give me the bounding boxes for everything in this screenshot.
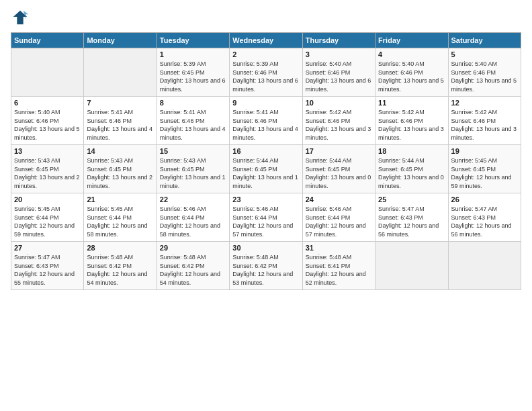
day-info: Sunrise: 5:48 AM Sunset: 6:42 PM Dayligh… (87, 253, 153, 287)
calendar-cell: 19Sunrise: 5:45 AM Sunset: 6:45 PM Dayli… (448, 145, 521, 193)
day-number: 25 (378, 195, 445, 203)
day-number: 24 (306, 195, 372, 203)
day-info: Sunrise: 5:41 AM Sunset: 6:46 PM Dayligh… (232, 108, 299, 142)
day-number: 26 (451, 195, 518, 203)
calendar-cell (448, 242, 521, 290)
calendar-cell: 30Sunrise: 5:48 AM Sunset: 6:42 PM Dayli… (230, 242, 302, 290)
weekday-header-saturday: Saturday (448, 33, 521, 48)
calendar-body: 1Sunrise: 5:39 AM Sunset: 6:45 PM Daylig… (11, 48, 521, 290)
calendar-cell: 16Sunrise: 5:44 AM Sunset: 6:45 PM Dayli… (230, 145, 302, 193)
calendar-cell: 14Sunrise: 5:43 AM Sunset: 6:45 PM Dayli… (84, 145, 157, 193)
day-info: Sunrise: 5:41 AM Sunset: 6:46 PM Dayligh… (160, 108, 226, 142)
calendar-week-1: 6Sunrise: 5:40 AM Sunset: 6:46 PM Daylig… (11, 97, 521, 145)
calendar-cell: 27Sunrise: 5:47 AM Sunset: 6:43 PM Dayli… (11, 242, 84, 290)
weekday-header-wednesday: Wednesday (230, 33, 302, 48)
day-number: 7 (87, 99, 153, 107)
weekday-header-friday: Friday (375, 33, 448, 48)
day-info: Sunrise: 5:39 AM Sunset: 6:45 PM Dayligh… (160, 60, 226, 93)
calendar-cell: 24Sunrise: 5:46 AM Sunset: 6:44 PM Dayli… (302, 193, 375, 242)
day-number: 3 (306, 50, 372, 58)
calendar-cell: 13Sunrise: 5:43 AM Sunset: 6:45 PM Dayli… (11, 145, 84, 193)
day-number: 31 (306, 244, 372, 252)
day-number: 2 (232, 50, 299, 58)
calendar-header: SundayMondayTuesdayWednesdayThursdayFrid… (11, 33, 521, 48)
day-number: 5 (451, 50, 518, 58)
calendar-cell (11, 48, 84, 97)
day-info: Sunrise: 5:40 AM Sunset: 6:46 PM Dayligh… (306, 60, 372, 93)
calendar-cell: 3Sunrise: 5:40 AM Sunset: 6:46 PM Daylig… (302, 48, 375, 97)
day-number: 12 (451, 99, 518, 107)
day-number: 15 (160, 147, 226, 155)
calendar-week-0: 1Sunrise: 5:39 AM Sunset: 6:45 PM Daylig… (11, 48, 521, 97)
day-info: Sunrise: 5:39 AM Sunset: 6:46 PM Dayligh… (232, 60, 299, 93)
weekday-header-tuesday: Tuesday (157, 33, 229, 48)
day-number: 23 (232, 195, 299, 203)
calendar-cell: 10Sunrise: 5:42 AM Sunset: 6:46 PM Dayli… (302, 97, 375, 145)
calendar-cell: 6Sunrise: 5:40 AM Sunset: 6:46 PM Daylig… (11, 97, 84, 145)
day-info: Sunrise: 5:48 AM Sunset: 6:42 PM Dayligh… (232, 253, 299, 287)
day-number: 27 (14, 244, 81, 252)
day-number: 29 (160, 244, 226, 252)
day-info: Sunrise: 5:44 AM Sunset: 6:45 PM Dayligh… (306, 156, 372, 190)
weekday-header-sunday: Sunday (11, 33, 84, 48)
calendar-cell: 4Sunrise: 5:40 AM Sunset: 6:46 PM Daylig… (375, 48, 448, 97)
day-info: Sunrise: 5:45 AM Sunset: 6:44 PM Dayligh… (14, 205, 81, 238)
weekday-row: SundayMondayTuesdayWednesdayThursdayFrid… (11, 33, 521, 48)
day-info: Sunrise: 5:42 AM Sunset: 6:46 PM Dayligh… (306, 108, 372, 142)
day-info: Sunrise: 5:41 AM Sunset: 6:46 PM Dayligh… (87, 108, 153, 142)
day-info: Sunrise: 5:43 AM Sunset: 6:45 PM Dayligh… (87, 156, 153, 190)
day-number: 13 (14, 147, 81, 155)
day-info: Sunrise: 5:43 AM Sunset: 6:45 PM Dayligh… (14, 156, 81, 190)
day-info: Sunrise: 5:44 AM Sunset: 6:45 PM Dayligh… (232, 156, 299, 190)
calendar-week-4: 27Sunrise: 5:47 AM Sunset: 6:43 PM Dayli… (11, 242, 521, 290)
day-info: Sunrise: 5:46 AM Sunset: 6:44 PM Dayligh… (306, 205, 372, 238)
day-number: 10 (306, 99, 372, 107)
day-number: 28 (87, 244, 153, 252)
day-number: 22 (160, 195, 226, 203)
day-number: 19 (451, 147, 518, 155)
calendar-week-3: 20Sunrise: 5:45 AM Sunset: 6:44 PM Dayli… (11, 193, 521, 242)
day-number: 8 (160, 99, 226, 107)
calendar-table: SundayMondayTuesdayWednesdayThursdayFrid… (11, 32, 521, 290)
day-number: 30 (232, 244, 299, 252)
calendar-cell: 11Sunrise: 5:42 AM Sunset: 6:46 PM Dayli… (375, 97, 448, 145)
day-number: 14 (87, 147, 153, 155)
calendar-cell: 31Sunrise: 5:48 AM Sunset: 6:41 PM Dayli… (302, 242, 375, 290)
day-info: Sunrise: 5:47 AM Sunset: 6:43 PM Dayligh… (378, 205, 445, 238)
calendar-cell: 1Sunrise: 5:39 AM Sunset: 6:45 PM Daylig… (157, 48, 229, 97)
day-info: Sunrise: 5:40 AM Sunset: 6:46 PM Dayligh… (378, 60, 445, 93)
day-info: Sunrise: 5:42 AM Sunset: 6:46 PM Dayligh… (378, 108, 445, 142)
day-number: 11 (378, 99, 445, 107)
day-number: 18 (378, 147, 445, 155)
calendar-cell: 28Sunrise: 5:48 AM Sunset: 6:42 PM Dayli… (84, 242, 157, 290)
day-info: Sunrise: 5:46 AM Sunset: 6:44 PM Dayligh… (232, 205, 299, 238)
day-info: Sunrise: 5:42 AM Sunset: 6:46 PM Dayligh… (451, 108, 518, 142)
page: SundayMondayTuesdayWednesdayThursdayFrid… (0, 0, 532, 411)
day-info: Sunrise: 5:44 AM Sunset: 6:45 PM Dayligh… (378, 156, 445, 190)
calendar-cell: 18Sunrise: 5:44 AM Sunset: 6:45 PM Dayli… (375, 145, 448, 193)
calendar-cell: 25Sunrise: 5:47 AM Sunset: 6:43 PM Dayli… (375, 193, 448, 242)
day-info: Sunrise: 5:48 AM Sunset: 6:42 PM Dayligh… (160, 253, 226, 287)
calendar-cell (84, 48, 157, 97)
calendar-cell: 8Sunrise: 5:41 AM Sunset: 6:46 PM Daylig… (157, 97, 229, 145)
day-info: Sunrise: 5:46 AM Sunset: 6:44 PM Dayligh… (160, 205, 226, 238)
calendar-cell: 7Sunrise: 5:41 AM Sunset: 6:46 PM Daylig… (84, 97, 157, 145)
calendar-week-2: 13Sunrise: 5:43 AM Sunset: 6:45 PM Dayli… (11, 145, 521, 193)
calendar-cell: 20Sunrise: 5:45 AM Sunset: 6:44 PM Dayli… (11, 193, 84, 242)
calendar-cell: 5Sunrise: 5:40 AM Sunset: 6:46 PM Daylig… (448, 48, 521, 97)
day-info: Sunrise: 5:48 AM Sunset: 6:41 PM Dayligh… (306, 253, 372, 287)
day-number: 4 (378, 50, 445, 58)
calendar-cell: 9Sunrise: 5:41 AM Sunset: 6:46 PM Daylig… (230, 97, 302, 145)
calendar-cell (375, 242, 448, 290)
day-number: 17 (306, 147, 372, 155)
logo (11, 8, 32, 27)
day-number: 6 (14, 99, 81, 107)
calendar-cell: 15Sunrise: 5:43 AM Sunset: 6:45 PM Dayli… (157, 145, 229, 193)
calendar-cell: 2Sunrise: 5:39 AM Sunset: 6:46 PM Daylig… (230, 48, 302, 97)
weekday-header-thursday: Thursday (302, 33, 375, 48)
logo-icon (11, 8, 30, 27)
weekday-header-monday: Monday (84, 33, 157, 48)
day-info: Sunrise: 5:45 AM Sunset: 6:44 PM Dayligh… (87, 205, 153, 238)
day-info: Sunrise: 5:47 AM Sunset: 6:43 PM Dayligh… (14, 253, 81, 287)
calendar-cell: 21Sunrise: 5:45 AM Sunset: 6:44 PM Dayli… (84, 193, 157, 242)
